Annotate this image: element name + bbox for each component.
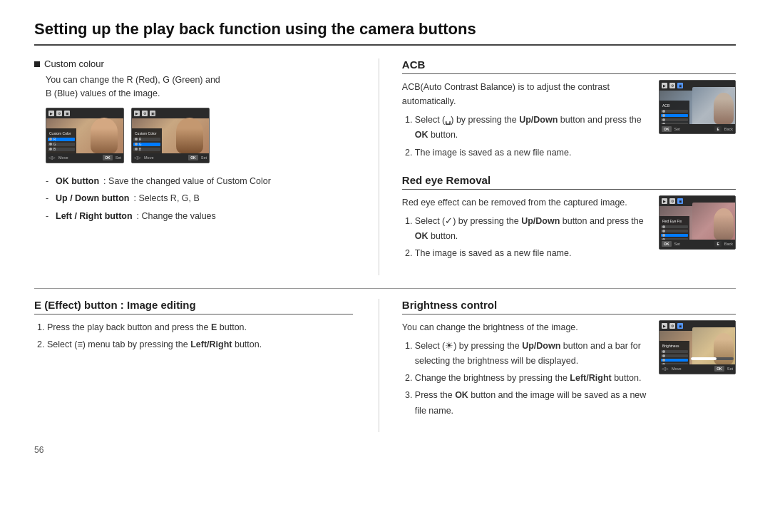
cam-ok-2: OK (188, 155, 198, 160)
cam-acb-back: Back (724, 127, 733, 131)
effect-steps: Press the play back button and press the… (47, 320, 353, 353)
red-eye-text: Red eye effect can be removed from the c… (402, 195, 649, 264)
legend-item-ok: - OK button : Save the changed value of … (46, 173, 353, 190)
legend-leftright-key: Left / Right button (56, 208, 133, 225)
acb-content: ACB(Auto Contrast Balance) is to adjust … (402, 80, 736, 163)
effect-step-2: Select (≡) menu tab by pressing the Left… (47, 337, 353, 352)
custom-colour-heading: Custom colour (34, 58, 353, 69)
cam-bright-ok: OK (714, 366, 724, 372)
red-eye-desc: Red eye effect can be removed from the c… (402, 195, 649, 210)
cam-bright-move: Move (672, 367, 681, 371)
acb-steps: Select (␣) by pressing the Up/Down butto… (415, 113, 649, 160)
right-column: ACB ACB(Auto Contrast Balance) is to adj… (379, 58, 736, 275)
cam-bright-set: Set (727, 367, 733, 371)
brightness-content: You can change the brightness of the ima… (402, 320, 736, 421)
cam-icon-3: ▣ (64, 111, 70, 116)
cam-red-back: Back (724, 242, 733, 246)
brightness-desc: You can change the brightness of the ima… (402, 320, 649, 334)
cam-move-label: Move (58, 155, 68, 160)
custom-colour-desc: You can change the R (Red), G (Green) an… (46, 73, 353, 101)
cam-bright-bottom: ◁▷ Move OK Set (659, 364, 735, 374)
bottom-row: E (Effect) button : Image editing Press … (34, 288, 736, 432)
camera-screen-custom-2: ▶ ⚙ ▣ Custom Color R G B (131, 108, 210, 163)
cam-acb-ok: OK (662, 126, 672, 132)
cam-red-ok: OK (662, 241, 672, 247)
legend-leftright-value: : Change the values (137, 208, 216, 225)
acb-desc: ACB(Auto Contrast Balance) is to adjust … (402, 80, 649, 108)
cam-acb-e: E (714, 126, 721, 132)
acb-section: ACB ACB(Auto Contrast Balance) is to adj… (402, 58, 736, 163)
camera-screen-red-eye: ▶ ⚙ ▣ Red Eye Fix (659, 195, 736, 250)
cam-icon-6: ▣ (150, 111, 155, 116)
cam-icon-1: ▶ (48, 111, 54, 116)
brightness-step-1: Select (☀) by pressing the Up/Down butto… (415, 339, 649, 369)
cam-red-label: Red Eye Fix (661, 218, 688, 224)
red-eye-title: Red eye Removal (402, 174, 736, 190)
cam-red-e: E (714, 241, 721, 247)
effect-section: E (Effect) button : Image editing Press … (34, 299, 353, 432)
cam-move-label-2: Move (144, 155, 153, 160)
red-eye-content: Red eye effect can be removed from the c… (402, 195, 736, 264)
cam-icon-2: ⚙ (56, 111, 62, 116)
cam-acb-bottom: OK Set E Back (659, 124, 735, 133)
cam-custom-color-label-2: Custom Color (133, 131, 160, 136)
cam-set-1: Set (115, 155, 121, 160)
brightness-text: You can change the brightness of the ima… (402, 320, 649, 421)
brightness-step-2: Change the brightness by pressing the Le… (415, 371, 649, 386)
brightness-section: Brightness control You can change the br… (379, 299, 736, 432)
red-eye-section: Red eye Removal Red eye effect can be re… (402, 174, 736, 264)
cam-acb-label: ACB (661, 103, 688, 108)
brightness-steps: Select (☀) by pressing the Up/Down butto… (415, 339, 649, 419)
acb-step-1: Select (␣) by pressing the Up/Down butto… (415, 113, 649, 143)
camera-screen-acb: ▶ ⚙ ▣ ACB (659, 80, 736, 134)
custom-colour-desc-line1: You can change the R (Red), G (Green) an… (46, 75, 220, 85)
effect-title: E (Effect) button : Image editing (34, 299, 353, 314)
cam-ok-1: OK (103, 155, 113, 160)
cam-icon-4: ▶ (134, 111, 140, 116)
legend-item-leftright: - Left / Right button : Change the value… (46, 208, 353, 225)
brightness-screen: ▶ ⚙ ▣ Brightness (659, 320, 736, 374)
red-eye-step-2: The image is saved as a new file name. (415, 246, 649, 261)
left-column: Custom colour You can change the R (Red)… (34, 58, 353, 275)
custom-colour-screens: ▶ ⚙ ▣ Custom Color R G B (46, 108, 353, 163)
red-eye-screen: ▶ ⚙ ▣ Red Eye Fix (659, 195, 736, 250)
custom-colour-desc-line2: B (Blue) values of the image. (46, 88, 160, 98)
brightness-step-3: Press the OK button and the image will b… (415, 388, 649, 419)
page-title: Setting up the play back function using … (34, 20, 736, 46)
cam-custom-color-label: Custom Color (48, 131, 75, 136)
effect-step-1: Press the play back button and press the… (47, 320, 353, 335)
camera-screen-custom-1: ▶ ⚙ ▣ Custom Color R G B (46, 108, 124, 163)
cam-bottom-bar-2: ◁▷ Move OK Set (132, 153, 209, 163)
cam-bottom-bar-1: ◁▷ Move OK Set (46, 153, 123, 163)
legend-ok-value: : Save the changed value of Custom Color (103, 173, 271, 190)
acb-text: ACB(Auto Contrast Balance) is to adjust … (402, 80, 649, 163)
custom-colour-label-text: Custom colour (44, 58, 104, 69)
camera-screen-brightness: ▶ ⚙ ▣ Brightness (659, 320, 736, 374)
acb-step-2: The image is saved as a new file name. (415, 145, 649, 160)
legend-updown-key: Up / Down button (56, 190, 129, 207)
cam-red-set: Set (674, 242, 680, 246)
legend-item-updown: - Up / Down button : Selects R, G, B (46, 190, 353, 207)
acb-screen: ▶ ⚙ ▣ ACB (659, 80, 736, 134)
button-legend: - OK button : Save the changed value of … (46, 173, 353, 225)
bullet-icon (34, 61, 40, 67)
cam-acb-set: Set (674, 127, 680, 131)
cam-bright-label: Brightness (661, 343, 688, 349)
legend-updown-value: : Selects R, G, B (133, 190, 199, 207)
brightness-title: Brightness control (402, 299, 736, 314)
cam-red-bottom: OK Set E Back (659, 240, 735, 249)
red-eye-steps: Select (✓) by pressing the Up/Down butto… (415, 214, 649, 262)
cam-person (91, 118, 118, 153)
cam-set-2: Set (201, 155, 207, 160)
red-eye-step-1: Select (✓) by pressing the Up/Down butto… (415, 214, 649, 245)
cam-person-2 (176, 118, 203, 153)
legend-ok-key: OK button (56, 173, 99, 190)
acb-title: ACB (402, 58, 736, 74)
page-number: 56 (34, 445, 736, 455)
cam-icon-5: ⚙ (142, 111, 148, 116)
